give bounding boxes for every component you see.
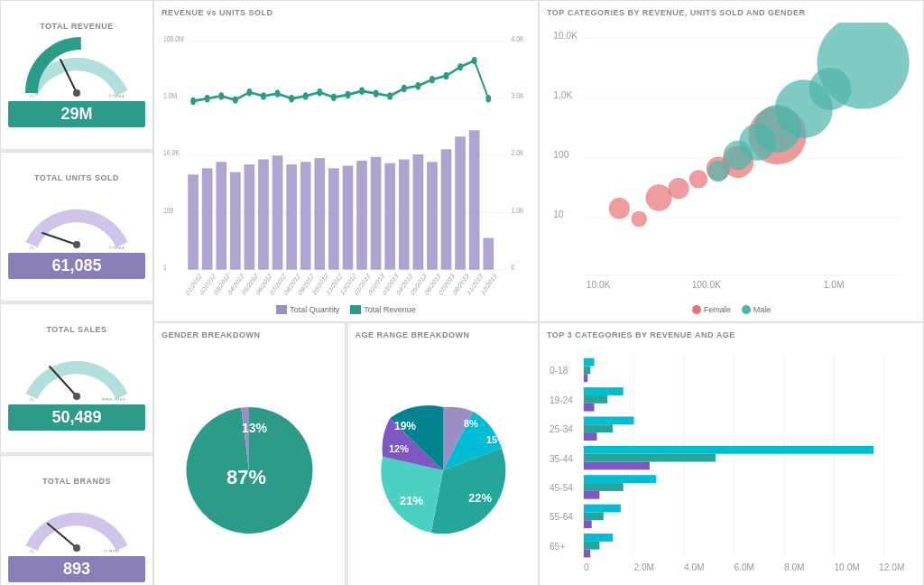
svg-text:0: 0	[512, 261, 515, 272]
svg-point-65	[359, 88, 365, 95]
kpi-units-value: 61,085	[8, 253, 145, 279]
svg-point-5	[73, 241, 80, 248]
svg-rect-34	[230, 172, 241, 270]
svg-point-13	[73, 544, 80, 552]
svg-text:100: 100	[553, 150, 568, 160]
svg-text:19%: 19%	[394, 420, 416, 432]
svg-point-55	[218, 92, 224, 99]
bar-chart: TOP 3 CATEGORIES BY REVENUE AND AGE 0-18…	[539, 322, 924, 585]
svg-text:35-44: 35-44	[550, 453, 573, 463]
age-chart: AGE RANGE BREAKDOWN	[347, 322, 540, 585]
gauge-sales: 0 550,000	[23, 338, 131, 401]
svg-rect-153	[584, 358, 595, 366]
svg-text:4.0M: 4.0M	[684, 562, 705, 572]
svg-point-58	[261, 92, 266, 99]
svg-text:6.0M: 6.0M	[734, 562, 754, 572]
revenue-chart-title: REVENUE vs UNITS SOLD	[162, 8, 531, 17]
svg-point-64	[346, 91, 351, 98]
svg-rect-154	[584, 366, 590, 374]
svg-text:55-64: 55-64	[550, 512, 573, 522]
gender-chart: GENDER BREAKDOWN 87% 13%	[153, 322, 346, 585]
kpi-revenue-title: TOTAL REVENUE	[40, 22, 114, 31]
svg-point-59	[275, 89, 281, 97]
svg-rect-155	[584, 374, 587, 382]
svg-text:120M: 120M	[108, 94, 125, 98]
svg-text:12%: 12%	[389, 443, 409, 454]
svg-text:2.0M: 2.0M	[633, 562, 654, 572]
svg-rect-161	[584, 432, 597, 441]
svg-text:19-24: 19-24	[550, 395, 573, 404]
svg-rect-165	[584, 475, 656, 483]
age-chart-title: AGE RANGE BREAKDOWN	[356, 330, 531, 339]
kpi-total-brands: TOTAL BRANDS 0 2,500 893	[0, 455, 153, 585]
svg-rect-45	[384, 163, 395, 270]
svg-text:0: 0	[30, 397, 33, 401]
svg-text:45-54: 45-54	[550, 483, 573, 493]
svg-point-118	[631, 211, 647, 228]
svg-text:87%: 87%	[226, 466, 266, 488]
svg-text:550,000: 550,000	[102, 397, 125, 401]
svg-rect-166	[584, 483, 624, 491]
kpi-total-sales: TOTAL SALES 0 550,000 50,489	[0, 303, 153, 453]
svg-rect-43	[356, 161, 367, 270]
kpi-brands-value: 893	[8, 556, 145, 582]
kpi-total-units: TOTAL UNITS SOLD 0 120M 61,085	[0, 152, 153, 302]
kpi-revenue-value: 29M	[8, 101, 145, 127]
legend-quantity-label: Total Quantity	[290, 305, 339, 314]
svg-rect-46	[399, 160, 410, 270]
svg-rect-44	[371, 157, 382, 270]
age-chart-area: 8% 15% 22% 21% 12% 19%	[356, 345, 531, 585]
legend-quantity-color	[276, 305, 287, 314]
svg-rect-36	[258, 160, 269, 270]
legend-revenue-color	[350, 305, 361, 314]
svg-point-119	[646, 184, 672, 210]
svg-rect-31	[188, 174, 199, 269]
legend-quantity: Total Quantity	[276, 305, 339, 314]
svg-point-120	[668, 178, 688, 200]
svg-point-125	[707, 161, 728, 182]
svg-text:100: 100	[163, 204, 174, 215]
svg-rect-163	[584, 453, 716, 461]
legend-revenue-label: Total Revenue	[364, 305, 416, 314]
svg-point-63	[331, 94, 337, 101]
kpi-sales-title: TOTAL SALES	[46, 325, 106, 334]
bar-chart-title: TOP 3 CATEGORIES BY REVENUE AND AGE	[547, 330, 916, 339]
svg-point-71	[444, 72, 449, 79]
svg-text:0: 0	[584, 562, 589, 572]
legend-female-label: Female	[704, 305, 731, 314]
svg-text:12.0M: 12.0M	[879, 562, 904, 572]
svg-text:10.0K: 10.0K	[553, 31, 578, 41]
svg-rect-160	[584, 424, 613, 432]
svg-rect-164	[584, 461, 650, 469]
revenue-chart: REVENUE vs UNITS SOLD 100.0M 1.0M 10.0K …	[153, 0, 539, 322]
svg-text:10.0K: 10.0K	[163, 147, 180, 158]
svg-point-73	[472, 57, 477, 64]
legend-male: Male	[742, 305, 772, 314]
svg-point-53	[190, 98, 196, 105]
svg-text:1.0K: 1.0K	[512, 204, 524, 215]
svg-text:0: 0	[30, 549, 33, 552]
svg-point-9	[73, 393, 80, 400]
svg-text:21%: 21%	[400, 494, 423, 507]
svg-text:12/2013: 12/2013	[480, 271, 498, 297]
svg-rect-171	[584, 534, 613, 542]
left-column: TOTAL REVENUE 0 120M 29M TOTAL U	[0, 0, 153, 585]
legend-revenue: Total Revenue	[350, 305, 416, 314]
svg-rect-39	[300, 162, 311, 269]
svg-text:8.0M: 8.0M	[784, 562, 805, 572]
svg-point-1	[73, 89, 80, 97]
svg-rect-33	[216, 162, 226, 269]
svg-rect-162	[584, 446, 873, 454]
svg-point-61	[303, 92, 309, 99]
svg-rect-41	[328, 168, 339, 269]
legend-male-label: Male	[753, 305, 772, 314]
scatter-legend: Female Male	[547, 305, 916, 314]
svg-rect-32	[202, 168, 213, 269]
gender-chart-area: 87% 13%	[162, 345, 337, 585]
scatter-chart-title: TOP CATEGORIES BY REVENUE, UNITS SOLD AN…	[547, 8, 916, 17]
svg-rect-51	[469, 130, 480, 269]
svg-text:2,500: 2,500	[104, 549, 120, 552]
scatter-chart-area: 10.0K 1,0K 100 10 10.0K 100.0K 1.0M	[547, 23, 916, 302]
svg-rect-168	[584, 504, 621, 512]
svg-text:4.0K: 4.0K	[512, 33, 524, 44]
